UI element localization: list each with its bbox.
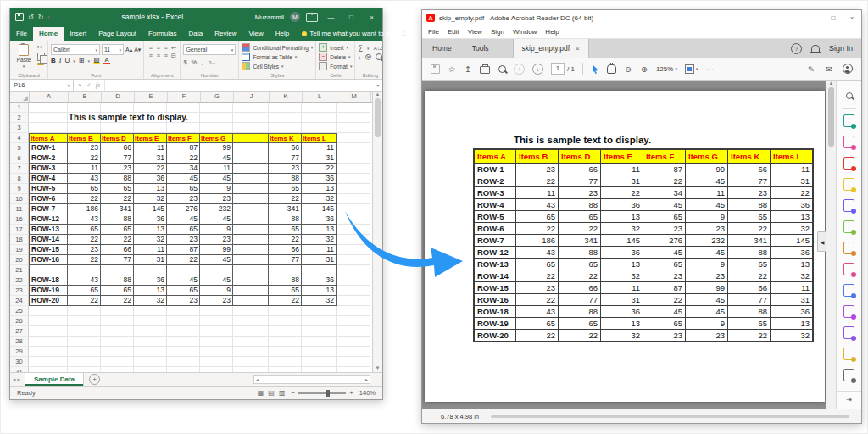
cell[interactable] (233, 245, 269, 255)
menu-help[interactable]: Help (545, 28, 559, 36)
sidebar-expand-icon[interactable]: ⇥ (837, 391, 861, 403)
cell[interactable] (337, 133, 370, 143)
cell[interactable]: 32 (134, 194, 167, 204)
cell[interactable] (337, 255, 370, 265)
row-header-24[interactable]: 24 (10, 296, 29, 306)
sidebar-tool-scan-ocr[interactable] (837, 237, 861, 259)
cell[interactable]: 13 (302, 225, 337, 235)
user-name[interactable]: Muzammil (255, 14, 284, 21)
menu-edit[interactable]: Edit (448, 28, 459, 36)
cell[interactable] (269, 357, 302, 367)
cell[interactable] (200, 113, 233, 123)
cell[interactable] (68, 103, 101, 113)
tab-tools[interactable]: Tools (462, 39, 499, 58)
cell[interactable]: 65 (101, 225, 134, 235)
cell[interactable] (233, 103, 269, 113)
confirm-entry-icon[interactable]: ✓ (86, 81, 91, 89)
save-file-icon[interactable] (431, 64, 440, 74)
cell[interactable]: 88 (101, 174, 134, 184)
cell[interactable]: 22 (101, 296, 134, 306)
cell[interactable] (200, 103, 233, 113)
cell[interactable]: 13 (134, 184, 167, 194)
cell[interactable] (233, 286, 269, 296)
cell[interactable]: 36 (302, 174, 337, 184)
delete-cells-button[interactable]: − Delete ▾ (319, 53, 352, 61)
formula-bar-expand-icon[interactable]: ▾ (374, 80, 382, 91)
cell[interactable] (233, 357, 269, 367)
page-break-view-icon[interactable]: ▥ (279, 389, 286, 397)
pdf-horizontal-scrollbar[interactable] (491, 415, 849, 418)
cell[interactable]: ROW-14 (29, 235, 68, 245)
acrobat-minimize-button[interactable]: — (805, 14, 824, 22)
cell[interactable]: 9 (200, 286, 233, 296)
next-page-icon[interactable]: ↓ (532, 64, 543, 75)
cell[interactable] (167, 316, 200, 326)
excel-maximize-button[interactable]: □ (344, 14, 359, 21)
cell[interactable]: 22 (68, 296, 101, 306)
cell[interactable]: 65 (167, 184, 200, 194)
cell[interactable] (29, 123, 68, 133)
cell[interactable] (68, 367, 101, 372)
cell[interactable] (68, 316, 101, 326)
sheet-nav-icons[interactable]: ◂▸ (10, 376, 25, 383)
cell[interactable]: 23 (68, 143, 101, 153)
column-header-J[interactable]: J (234, 92, 270, 102)
cell[interactable] (302, 113, 337, 123)
currency-icon[interactable]: $ (183, 58, 186, 66)
page-fit-select[interactable]: ▾ (685, 64, 698, 74)
zoom-slider-thumb[interactable] (326, 390, 330, 397)
font-name-select[interactable]: Calibri ▾ (51, 44, 100, 55)
cell[interactable]: Items D (101, 133, 134, 143)
cell[interactable]: ROW-6 (29, 194, 68, 204)
cell[interactable] (337, 214, 370, 225)
cell[interactable] (302, 347, 337, 357)
cell[interactable] (233, 164, 269, 174)
sheet-tab-sample-data[interactable]: Sample Data (25, 373, 84, 386)
user-avatar[interactable]: M (290, 12, 300, 22)
column-header-E[interactable]: E (135, 92, 168, 102)
cell[interactable]: 77 (101, 153, 134, 164)
share-upload-icon[interactable]: ↥ (464, 64, 472, 74)
save-icon[interactable] (15, 13, 24, 21)
undo-icon[interactable]: ↺ (28, 14, 34, 21)
sidebar-tool-protect[interactable] (837, 280, 861, 301)
menu-view[interactable]: View (468, 28, 482, 36)
cell[interactable] (269, 316, 302, 326)
cell[interactable] (68, 347, 101, 357)
excel-zoom-level[interactable]: 140% (359, 389, 376, 397)
page-layout-view-icon[interactable]: ▤ (268, 389, 275, 397)
cell[interactable] (233, 194, 269, 204)
cell[interactable]: ROW-16 (29, 255, 68, 265)
excel-vscroll-thumb[interactable] (375, 98, 381, 137)
find-icon[interactable] (498, 65, 506, 73)
cell[interactable] (302, 357, 337, 367)
zoom-in-circle-icon[interactable]: ⊕ (640, 64, 648, 74)
sidebar-tool-fill-sign[interactable] (837, 259, 861, 280)
align-top-icon[interactable]: ≡ (149, 45, 153, 51)
cell[interactable]: 99 (200, 245, 233, 255)
cell[interactable]: 22 (101, 194, 134, 204)
row-header-16[interactable]: 16 (10, 214, 29, 225)
zoom-out-icon[interactable]: − (291, 389, 295, 397)
cell[interactable] (68, 357, 101, 367)
align-middle-icon[interactable]: ≡ (157, 45, 160, 51)
cell[interactable] (269, 347, 302, 357)
cell[interactable]: 23 (200, 194, 233, 204)
row-header-22[interactable]: 22 (10, 275, 29, 286)
cell[interactable] (134, 306, 167, 316)
cell[interactable]: 23 (200, 296, 233, 306)
cell[interactable]: ROW-1 (29, 143, 68, 153)
comma-icon[interactable]: , (201, 58, 203, 66)
name-box[interactable]: P16 ▾ (10, 80, 74, 91)
cell[interactable]: 36 (302, 214, 337, 225)
cell[interactable] (29, 367, 68, 372)
cell[interactable] (233, 123, 269, 133)
cell[interactable] (134, 265, 167, 275)
acrobat-maximize-button[interactable]: □ (824, 14, 843, 22)
cell[interactable]: 145 (134, 204, 167, 214)
cell[interactable] (302, 316, 337, 326)
cell[interactable] (302, 123, 337, 133)
cell[interactable]: 11 (200, 164, 233, 174)
bold-button[interactable]: B (51, 57, 56, 64)
cell[interactable]: 77 (269, 153, 302, 164)
